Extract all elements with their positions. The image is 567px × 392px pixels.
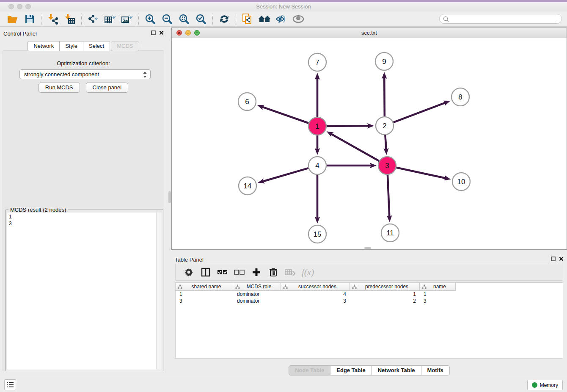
table-type-tabs: Node TableEdge TableNetwork TableMotifs	[171, 365, 567, 375]
tab-select[interactable]: Select	[83, 41, 110, 51]
node-table[interactable]: shared nameMCDS rolesuccessor nodesprede…	[175, 282, 563, 359]
column-header-shared-name[interactable]: shared name	[176, 283, 233, 291]
graph-node-label-10: 10	[457, 178, 465, 186]
tab-network[interactable]: Network	[28, 41, 60, 51]
network-window-titlebar[interactable]: ✕ − + scc.txt	[172, 28, 567, 38]
control-panel-title: Control Panel	[3, 30, 37, 37]
zoom-in-icon[interactable]	[144, 13, 157, 25]
graph-node-label-1: 1	[315, 122, 319, 130]
column-header-successor-nodes[interactable]: successor nodes	[281, 283, 350, 291]
table-cell[interactable]: dominator	[233, 291, 281, 298]
mcds-result-title: MCDS result (2 nodes)	[8, 207, 68, 213]
save-session-icon[interactable]	[23, 13, 36, 25]
network-title: scc.txt	[172, 30, 567, 36]
column-header-MCDS-role[interactable]: MCDS role	[233, 283, 281, 291]
tab-motifs[interactable]: Motifs	[421, 365, 450, 375]
graph-node-label-4: 4	[315, 162, 319, 170]
search-icon	[443, 16, 449, 22]
table-cell[interactable]: dominator	[233, 298, 281, 304]
table-cell[interactable]: 1	[176, 291, 233, 298]
table-rows: 1dominator4113dominator323	[176, 291, 563, 304]
graph-edge-3-10[interactable]	[396, 168, 446, 179]
column-header-name[interactable]: name	[420, 283, 456, 291]
zoom-fit-icon[interactable]	[178, 13, 190, 25]
memory-button[interactable]: Memory	[527, 380, 563, 390]
float-table-panel-icon[interactable]	[551, 257, 556, 261]
window-titlebar: Session: New Session	[0, 2, 567, 11]
mcds-result-box: MCDS result (2 nodes) 1 3	[6, 210, 163, 371]
toolbar-separator	[81, 14, 82, 25]
select-all-check-icon[interactable]	[217, 267, 228, 278]
column-type-icon	[235, 284, 240, 289]
column-type-icon	[283, 284, 288, 289]
table-cell[interactable]: 4	[281, 291, 350, 298]
table-cell[interactable]: 3	[281, 298, 350, 304]
mcds-result-text: 1 3	[7, 213, 156, 370]
column-header-predecessor-nodes[interactable]: predecessor nodes	[350, 283, 420, 291]
tab-node-table[interactable]: Node Table	[289, 365, 330, 375]
graph-edge-1-2[interactable]	[327, 126, 369, 126]
run-mcds-button[interactable]: Run MCDS	[39, 83, 80, 93]
criterion-select[interactable]: strongly connected component	[19, 69, 151, 79]
add-row-icon[interactable]	[251, 267, 262, 278]
table-cell[interactable]: 3	[176, 298, 233, 304]
close-panel-icon[interactable]	[159, 30, 164, 35]
table-panel: Table Panel f(x) shared nameMCDS r	[171, 253, 567, 377]
tab-network-table[interactable]: Network Table	[372, 365, 421, 375]
graph-node-label-7: 7	[315, 58, 319, 66]
graph-edge-1-6[interactable]	[261, 107, 308, 123]
settings-gear-icon[interactable]	[183, 267, 194, 278]
table-cell[interactable]: 1	[350, 291, 420, 298]
first-neighbors-icon[interactable]	[258, 13, 271, 25]
control-panel-tabs: NetworkStyleSelectMCDS	[0, 41, 167, 51]
tab-style[interactable]: Style	[59, 41, 83, 51]
delete-row-trash-icon[interactable]	[268, 267, 279, 278]
apply-layout-icon[interactable]	[218, 13, 231, 25]
memory-label: Memory	[540, 382, 558, 388]
mcds-tab-content: Optimization criterion: strongly connect…	[3, 50, 164, 371]
toolbar-separator	[236, 14, 236, 25]
graph-node-label-15: 15	[314, 230, 322, 238]
export-table-icon[interactable]	[104, 13, 116, 25]
close-table-panel-icon[interactable]	[559, 257, 564, 261]
table-row[interactable]: 3dominator323	[176, 298, 563, 304]
network-canvas[interactable]: 7968124314101511	[172, 38, 567, 249]
table-cell[interactable]: 3	[420, 298, 456, 304]
canvas-scrollbar-hint[interactable]	[364, 247, 371, 249]
result-scrollbar[interactable]	[156, 213, 162, 370]
zoom-out-icon[interactable]	[161, 13, 173, 25]
table-row[interactable]: 1dominator411	[176, 291, 563, 298]
network-graph[interactable]: 7968124314101511	[172, 38, 567, 249]
panel-splitter-handle[interactable]	[168, 191, 171, 203]
toolbar-separator	[138, 14, 139, 25]
graph-edge-3-11[interactable]	[388, 175, 389, 218]
float-panel-icon[interactable]	[151, 30, 156, 35]
zoom-selected-icon[interactable]	[195, 13, 207, 25]
graph-edge-2-9[interactable]	[384, 77, 385, 116]
hide-selected-icon[interactable]	[275, 13, 288, 25]
close-panel-button[interactable]: Close panel	[86, 83, 129, 93]
table-cell[interactable]: 1	[420, 291, 456, 298]
graph-node-label-8: 8	[458, 93, 462, 101]
open-file-icon[interactable]	[6, 13, 19, 25]
memory-status-icon	[532, 382, 537, 388]
tab-edge-table[interactable]: Edge Table	[330, 365, 372, 375]
search-input[interactable]	[439, 14, 562, 24]
graph-node-label-2: 2	[383, 122, 386, 130]
export-image-icon[interactable]	[121, 13, 133, 25]
graph-edge-3-1[interactable]	[330, 134, 379, 161]
tab-mcds[interactable]: MCDS	[111, 41, 139, 51]
graph-edge-2-3[interactable]	[385, 135, 386, 150]
import-network-icon[interactable]	[47, 13, 59, 25]
table-cell[interactable]: 2	[350, 298, 420, 304]
task-history-button[interactable]	[4, 379, 16, 390]
graph-edge-2-8[interactable]	[394, 102, 446, 122]
show-all-icon[interactable]	[292, 13, 305, 25]
deselect-all-icon[interactable]	[234, 267, 245, 278]
show-columns-icon[interactable]	[200, 267, 211, 278]
clone-network-icon[interactable]	[241, 13, 254, 25]
graph-edge-4-14[interactable]	[262, 168, 308, 182]
table-toolbar: f(x)	[175, 264, 563, 281]
import-table-icon[interactable]	[63, 13, 76, 25]
export-network-icon[interactable]	[87, 13, 99, 25]
